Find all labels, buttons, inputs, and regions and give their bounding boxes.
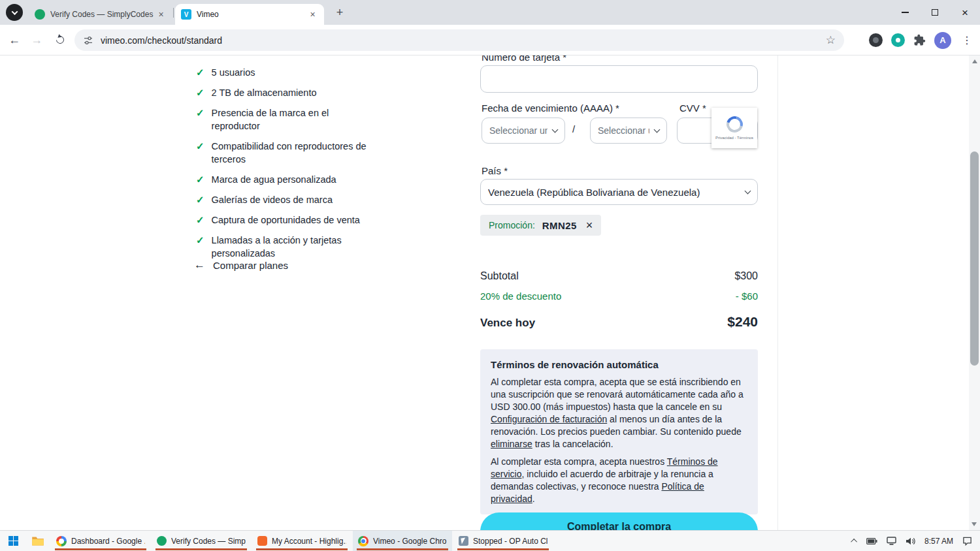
running-indicator	[55, 548, 146, 550]
expiry-year-value: Seleccionar un	[598, 125, 649, 136]
minimize-button[interactable]	[890, 0, 920, 25]
browser-menu-icon[interactable]: ⋮	[960, 34, 974, 46]
country-select[interactable]: Venezuela (República Bolivariana de Vene…	[480, 179, 758, 205]
autoclicker-icon	[459, 536, 468, 546]
chevron-down-icon	[11, 8, 18, 15]
start-button[interactable]	[0, 531, 26, 551]
tab-strip: Verify Codes — SimplyCodes × V Vimeo × +…	[0, 0, 980, 25]
chevron-down-icon	[745, 187, 751, 194]
promo-label: Promoción:	[489, 220, 535, 230]
subtotal-row: Subtotal $300	[480, 270, 758, 282]
compare-plans-link[interactable]: ← Comparar planes	[194, 259, 288, 272]
extensions-puzzle-icon[interactable]	[913, 34, 926, 46]
extension-icon-dark[interactable]	[869, 33, 883, 47]
expiry-separator: /	[572, 123, 575, 134]
extension-icon-teal[interactable]	[891, 33, 905, 47]
feature-item: ✓Galerías de videos de marca	[196, 193, 377, 206]
tab-close-icon[interactable]: ×	[155, 9, 167, 20]
feature-label: Llamadas a la acción y tarjetas personal…	[212, 234, 377, 260]
taskbar-item-label: My Account - Highlig...	[272, 537, 346, 546]
action-center-icon[interactable]	[962, 536, 972, 546]
new-tab-button[interactable]: +	[332, 5, 348, 21]
extension-dot	[896, 38, 900, 42]
feature-label: Compatibilidad con reproductores de terc…	[212, 140, 377, 166]
battery-icon[interactable]	[866, 538, 877, 544]
close-icon: ×	[962, 7, 968, 18]
left-arrow-icon: ←	[194, 259, 205, 272]
discount-value: - $60	[736, 291, 758, 302]
recaptcha-badge[interactable]: Privacidad - Términos	[711, 108, 757, 148]
page-scrollbar[interactable]	[969, 55, 980, 530]
subtotal-value: $300	[734, 270, 758, 282]
feature-item: ✓Llamadas a la acción y tarjetas persona…	[196, 234, 377, 260]
taskbar-item-autoclicker[interactable]: Stopped - OP Auto Cli...	[453, 531, 553, 551]
taskbar-item-verify-codes[interactable]: Verify Codes — Simpl...	[152, 531, 251, 551]
maximize-button[interactable]	[920, 0, 950, 25]
taskbar-item-dashboard[interactable]: Dashboard - Google ...	[51, 531, 150, 551]
scroll-up-icon[interactable]	[972, 59, 977, 63]
check-icon: ✓	[196, 234, 204, 260]
clock[interactable]: 8:57 AM	[924, 537, 953, 546]
card-number-label: Número de tarjeta *	[482, 55, 566, 63]
feature-label: Galerías de videos de marca	[212, 193, 333, 206]
back-button[interactable]: ←	[5, 31, 24, 49]
refresh-button[interactable]	[51, 31, 69, 49]
forward-button[interactable]: →	[27, 31, 46, 49]
check-icon: ✓	[196, 86, 204, 99]
file-explorer-button[interactable]	[26, 531, 50, 551]
complete-purchase-button[interactable]: Completar la compra	[480, 512, 758, 530]
feature-label: Marca de agua personalizada	[212, 173, 336, 186]
billing-settings-link[interactable]: Configuración de facturación	[491, 414, 607, 424]
scroll-down-icon[interactable]	[972, 522, 977, 526]
toolbar-right: A ⋮	[869, 25, 980, 55]
feature-label: 2 TB de almacenamiento	[212, 86, 317, 99]
address-bar[interactable]: vimeo.com/checkout/standard ☆	[74, 29, 844, 51]
tray-expand-icon[interactable]	[851, 539, 857, 545]
expiry-month-value: Seleccionar un	[489, 125, 547, 136]
bookmark-star-icon[interactable]: ☆	[826, 33, 836, 47]
tab-vimeo[interactable]: V Vimeo ×	[175, 4, 324, 25]
taskbar-item-vimeo[interactable]: Vimeo - Google Chro...	[353, 531, 452, 551]
scrollbar-thumb[interactable]	[970, 151, 979, 366]
terms-box: Términos de renovación automática Al com…	[480, 349, 758, 514]
checkout-page: ✓5 usuarios ✓2 TB de almacenamiento ✓Pre…	[0, 55, 980, 530]
running-indicator	[155, 548, 247, 550]
system-tray: 8:57 AM	[853, 531, 980, 551]
deleted-link[interactable]: eliminarse	[491, 439, 532, 449]
feature-item: ✓Compatibilidad con reproductores de ter…	[196, 140, 377, 166]
due-today-row: Vence hoy $240	[480, 314, 758, 330]
taskbar: Dashboard - Google ... Verify Codes — Si…	[0, 530, 980, 551]
close-window-button[interactable]: ×	[950, 0, 980, 25]
country-label: País *	[482, 165, 508, 176]
tab-title: Verify Codes — SimplyCodes	[50, 10, 155, 19]
tab-search-icon[interactable]	[6, 4, 23, 21]
terms-paragraph-2: Al completar esta compra, acepta nuestro…	[491, 456, 747, 505]
tab-close-icon[interactable]: ×	[307, 9, 318, 20]
card-number-input[interactable]	[480, 65, 758, 93]
expiry-year-select[interactable]: Seleccionar un	[590, 118, 667, 144]
feature-item: ✓Marca de agua personalizada	[196, 173, 377, 186]
taskbar-item-label: Stopped - OP Auto Cli...	[473, 537, 547, 546]
taskbar-item-my-account[interactable]: My Account - Highlig...	[252, 531, 351, 551]
tab-verify-codes[interactable]: Verify Codes — SimplyCodes ×	[29, 4, 172, 25]
site-settings-icon[interactable]	[83, 35, 93, 46]
running-indicator	[357, 548, 448, 550]
simplycodes-favicon	[35, 9, 45, 20]
network-icon[interactable]	[887, 537, 896, 545]
promo-code: RMN25	[542, 220, 577, 231]
minimize-icon	[902, 12, 909, 13]
maximize-icon	[932, 9, 938, 16]
feature-label: Captura de oportunidades de venta	[212, 213, 360, 227]
feature-item: ✓2 TB de almacenamiento	[196, 86, 377, 99]
chrome-icon	[358, 536, 368, 546]
highlight-icon	[257, 536, 267, 546]
profile-avatar[interactable]: A	[934, 32, 951, 49]
check-icon: ✓	[196, 193, 204, 206]
browser-toolbar: ← → vimeo.com/checkout/standard ☆ A ⋮	[0, 25, 980, 55]
windows-logo-icon	[8, 536, 18, 546]
promo-remove-icon[interactable]: ×	[586, 219, 593, 231]
chevron-down-icon	[654, 126, 661, 133]
expiry-month-select[interactable]: Seleccionar un	[482, 118, 565, 144]
speaker-icon[interactable]	[906, 537, 915, 545]
expiry-label: Fecha de vencimiento (AAAA) *	[482, 102, 619, 114]
